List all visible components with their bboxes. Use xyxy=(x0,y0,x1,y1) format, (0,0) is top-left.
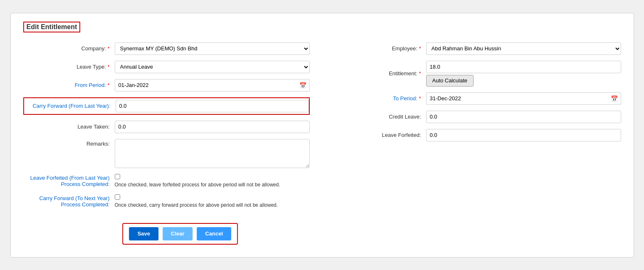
leave-forfeited-checkbox-content: Once checked, leave forfeited process fo… xyxy=(115,174,310,188)
to-period-input[interactable] xyxy=(427,93,608,104)
from-period-calendar-icon[interactable]: 📅 xyxy=(297,82,309,89)
to-period-calendar-icon[interactable]: 📅 xyxy=(608,95,621,102)
from-period-label: From Period: * xyxy=(23,82,115,88)
leave-taken-row: Leave Taken: xyxy=(23,121,310,133)
page-container: Edit Entitlement Company: * Synermax MY … xyxy=(10,13,634,258)
buttons-container: Save Clear Cancel xyxy=(23,215,310,245)
employee-label: Employee: * xyxy=(335,45,426,52)
employee-row: Employee: * Abd Rahman Bin Abu Hussin xyxy=(335,42,621,55)
carry-forward-input[interactable] xyxy=(116,100,309,112)
entitlement-field-group: Auto Calculate xyxy=(426,61,621,87)
credit-leave-label: Credit Leave: xyxy=(335,114,426,120)
remarks-row: Remarks: xyxy=(23,139,310,168)
leave-forfeited-checkbox-row: Leave Forfeited (From Last Year) Process… xyxy=(23,174,310,188)
leave-forfeited-row: Leave Forfeited: xyxy=(335,129,621,141)
remarks-label: Remarks: xyxy=(23,139,115,147)
from-period-input[interactable] xyxy=(115,79,297,91)
clear-button[interactable]: Clear xyxy=(163,227,193,240)
form-right: Employee: * Abd Rahman Bin Abu Hussin En… xyxy=(335,42,621,245)
buttons-row: Save Clear Cancel xyxy=(123,223,238,245)
cancel-button[interactable]: Cancel xyxy=(197,227,232,240)
from-period-row: From Period: * 📅 xyxy=(23,79,310,92)
carry-forward-label: Carry Forward (From Last Year): xyxy=(24,103,116,109)
page-title: Edit Entitlement xyxy=(23,22,81,32)
entitlement-label: Entitlement: * xyxy=(335,70,426,77)
to-period-input-wrapper: 📅 xyxy=(426,92,621,105)
leave-forfeited-checkbox-label: Leave Forfeited (From Last Year) Process… xyxy=(23,174,115,187)
entitlement-input[interactable] xyxy=(426,61,621,73)
carry-forward-row: Carry Forward (From Last Year): xyxy=(23,97,310,115)
company-row: Company: * Synermax MY (DEMO) Sdn Bhd xyxy=(23,42,310,55)
credit-leave-input[interactable] xyxy=(426,111,621,123)
form-left: Company: * Synermax MY (DEMO) Sdn Bhd Le… xyxy=(23,42,310,245)
employee-select[interactable]: Abd Rahman Bin Abu Hussin xyxy=(426,42,621,55)
carry-forward-next-checkbox-content: Once checked, carry forward process for … xyxy=(115,194,310,209)
from-period-input-wrapper: 📅 xyxy=(115,79,310,92)
save-button[interactable]: Save xyxy=(129,227,158,240)
carry-forward-next-checkbox-row: Carry Forward (To Next Year) Process Com… xyxy=(23,194,310,209)
carry-forward-next-checkbox[interactable] xyxy=(115,194,120,200)
to-period-row: To Period: * 📅 xyxy=(335,92,621,105)
leave-forfeited-desc: Once checked, leave forfeited process fo… xyxy=(115,181,310,188)
leave-taken-label: Leave Taken: xyxy=(23,124,115,130)
leave-type-select[interactable]: Annual Leave xyxy=(115,61,310,73)
company-select[interactable]: Synermax MY (DEMO) Sdn Bhd xyxy=(115,42,310,55)
company-label: Company: * xyxy=(23,45,115,52)
credit-leave-row: Credit Leave: xyxy=(335,111,621,123)
carry-forward-next-desc: Once checked, carry forward process for … xyxy=(115,201,310,209)
entitlement-row: Entitlement: * Auto Calculate xyxy=(335,61,621,87)
to-period-label: To Period: * xyxy=(335,95,426,102)
auto-calculate-button[interactable]: Auto Calculate xyxy=(426,75,474,87)
form-body: Company: * Synermax MY (DEMO) Sdn Bhd Le… xyxy=(23,42,621,245)
leave-forfeited-input[interactable] xyxy=(426,129,621,141)
leave-taken-input[interactable] xyxy=(115,121,310,133)
carry-forward-next-checkbox-label: Carry Forward (To Next Year) Process Com… xyxy=(23,194,115,208)
remarks-textarea[interactable] xyxy=(115,139,310,168)
leave-type-label: Leave Type: * xyxy=(23,64,115,70)
leave-forfeited-checkbox[interactable] xyxy=(115,174,120,179)
leave-forfeited-right-label: Leave Forfeited: xyxy=(335,132,426,138)
leave-type-row: Leave Type: * Annual Leave xyxy=(23,61,310,73)
